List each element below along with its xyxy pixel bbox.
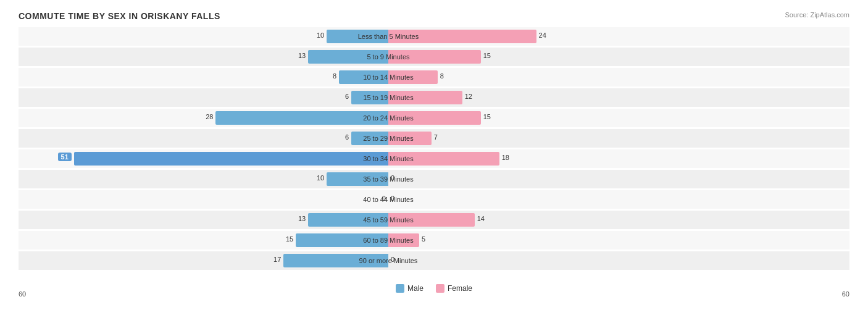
chart-row: 30 to 34 Minutes5118: [19, 149, 849, 168]
row-label: 40 to 44 Minutes: [363, 196, 413, 203]
val-female: 8: [440, 72, 444, 80]
chart-row: 35 to 39 Minutes100: [19, 170, 849, 188]
val-male: 28: [206, 113, 213, 120]
bar-female: [388, 50, 481, 64]
legend-female: Female: [436, 284, 472, 293]
val-male: 17: [273, 256, 281, 263]
legend-male-box: [396, 284, 404, 293]
bar-male: [296, 233, 388, 247]
bar-female: [388, 132, 432, 145]
chart-row: 60 to 89 Minutes155: [19, 231, 849, 250]
chart-title: COMMUTE TIME BY SEX IN ORISKANY FALLS: [19, 11, 849, 21]
legend-female-box: [436, 284, 444, 293]
val-female: 24: [539, 31, 546, 39]
val-female: 15: [483, 113, 491, 120]
chart-row: Less than 5 Minutes1024: [19, 27, 849, 46]
chart-row: 40 to 44 Minutes00: [19, 190, 849, 209]
chart-area: 60 60 Less than 5 Minutes10245 to 9 Minu…: [19, 27, 849, 280]
val-male: 13: [298, 52, 306, 59]
chart-row: 5 to 9 Minutes1315: [19, 48, 849, 66]
chart-row: 20 to 24 Minutes2815: [19, 109, 849, 127]
legend-female-label: Female: [448, 284, 472, 293]
axis-label-left: 60: [19, 290, 26, 298]
bar-male: [339, 70, 388, 84]
bar-female: [388, 111, 481, 125]
bar-male: [327, 30, 388, 43]
chart-row: 25 to 29 Minutes67: [19, 129, 849, 148]
val-female: 0: [391, 195, 394, 202]
val-female: 0: [391, 256, 394, 263]
bar-female: [388, 152, 499, 166]
chart-row: 90 or more Minutes170: [19, 251, 849, 270]
bar-male: [283, 254, 388, 267]
axis-label-right: 60: [842, 290, 849, 298]
val-female: 5: [422, 235, 425, 243]
val-female: 0: [391, 174, 394, 182]
val-female: 14: [477, 215, 485, 222]
val-male: 15: [286, 235, 293, 243]
bar-male: [308, 50, 388, 64]
val-female: 15: [483, 52, 491, 59]
legend-male-label: Male: [407, 284, 424, 293]
bar-female: [388, 70, 438, 84]
chart-row: 15 to 19 Minutes612: [19, 88, 849, 107]
val-male: 51: [58, 153, 72, 161]
bar-male: [327, 172, 388, 186]
val-male: 0: [382, 195, 386, 202]
source-text: Source: ZipAtlas.com: [785, 11, 849, 19]
bar-female: [388, 233, 419, 247]
bar-male: [308, 213, 388, 227]
val-female: 18: [502, 154, 509, 161]
legend: Male Female: [19, 284, 849, 293]
chart-row: 10 to 14 Minutes88: [19, 68, 849, 86]
chart-container: COMMUTE TIME BY SEX IN ORISKANY FALLS So…: [0, 0, 868, 323]
val-male: 10: [317, 174, 324, 182]
bar-female: [388, 30, 536, 43]
bar-female: [388, 91, 462, 104]
val-male: 8: [333, 72, 336, 80]
val-male: 6: [345, 93, 349, 100]
val-male: 6: [345, 133, 349, 141]
val-male: 10: [317, 31, 324, 39]
legend-male: Male: [396, 284, 424, 293]
val-male: 13: [298, 215, 306, 222]
val-female: 12: [465, 93, 472, 100]
bar-male: [351, 132, 388, 145]
bar-female: [388, 213, 475, 227]
val-female: 7: [434, 133, 438, 141]
chart-row: 45 to 59 Minutes1314: [19, 211, 849, 229]
bar-male: [351, 91, 388, 104]
bar-male: [215, 111, 388, 125]
bar-male: [74, 152, 388, 166]
